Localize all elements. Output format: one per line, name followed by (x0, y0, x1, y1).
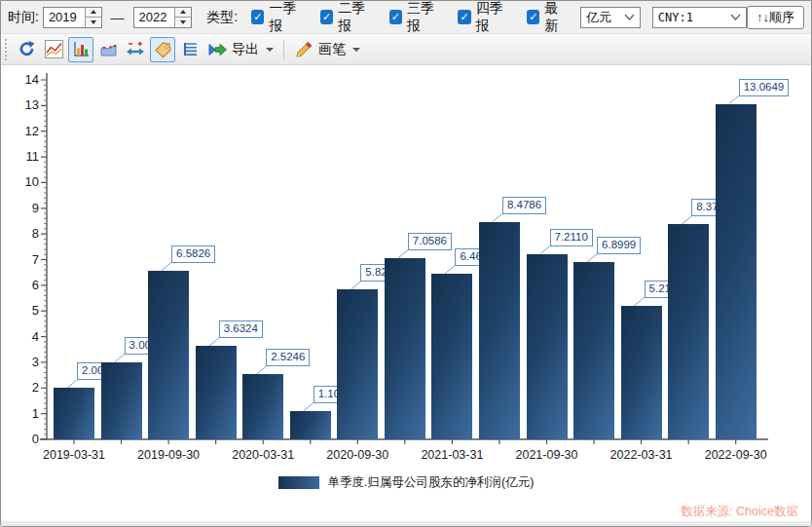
bar-value-label: 8.4786 (502, 197, 546, 214)
pen-button[interactable]: 画笔 (290, 37, 364, 62)
list-icon (181, 40, 200, 58)
y-axis-label: 9 (6, 201, 39, 215)
x-axis-label: 2022-03-31 (595, 448, 688, 462)
year-from-down-button[interactable] (86, 18, 101, 27)
export-caret-icon[interactable] (266, 48, 274, 52)
refresh-icon (18, 40, 36, 58)
bar-value-label: 6.8999 (597, 237, 641, 254)
checkbox-一季报[interactable]: ✓一季报 (251, 0, 306, 35)
currency-select[interactable]: CNY:1 (652, 7, 747, 28)
resize-horizontal-button[interactable] (123, 37, 148, 62)
filter-bar: 时间: 2019 — 2022 类型: ✓一季报✓二季报✓三季报✓四季报✓最新 … (1, 1, 811, 34)
y-axis-label: 12 (6, 124, 39, 138)
bar-2019-12-31 (196, 346, 237, 439)
x-axis-label: 2020-03-31 (216, 448, 310, 462)
bar-value-label: 6.5826 (171, 245, 215, 263)
checkbox-label: 三季报 (407, 0, 443, 35)
range-dash: — (111, 10, 125, 25)
bar-value-label: 7.2110 (550, 229, 593, 246)
window-bottom-edge (1, 521, 811, 526)
time-label: 时间: (8, 9, 39, 26)
bar-2021-12-31 (573, 262, 614, 439)
pencil-icon (294, 41, 314, 58)
report-type-checkboxes: ✓一季报✓二季报✓三季报✓四季报✓最新 (251, 0, 569, 35)
bar-value-label: 2.5246 (266, 349, 310, 366)
bar-2019-03-31 (54, 388, 94, 439)
checkbox-checked-icon: ✓ (527, 10, 539, 24)
y-axis-label: 5 (6, 303, 39, 318)
year-from-spinner[interactable]: 2019 (43, 7, 102, 28)
list-button[interactable] (177, 37, 203, 62)
bar-2021-09-30 (527, 254, 568, 439)
checkbox-三季报[interactable]: ✓三季报 (389, 0, 444, 35)
app-window: 时间: 2019 — 2022 类型: ✓一季报✓二季报✓三季报✓四季报✓最新 … (0, 0, 812, 527)
order-button[interactable]: ↑↓顺序 (747, 6, 804, 29)
resize-horizontal-icon (126, 40, 145, 58)
x-axis-label: 2020-09-30 (311, 448, 404, 462)
pen-label: 画笔 (318, 41, 346, 58)
year-from-up-button[interactable] (86, 8, 101, 19)
export-button[interactable]: 导出 (203, 37, 277, 62)
checkbox-二季报[interactable]: ✓二季报 (320, 0, 375, 35)
y-axis-label: 1 (6, 406, 39, 421)
line-chart-icon (45, 40, 63, 58)
bar-chart-button[interactable] (68, 37, 93, 62)
checkbox-label: 二季报 (338, 0, 374, 35)
refresh-button[interactable] (14, 37, 39, 62)
bar-2020-03-31 (242, 374, 283, 439)
checkbox-四季报[interactable]: ✓四季报 (458, 0, 512, 35)
bar-2020-06-30 (290, 411, 331, 439)
y-axis-label: 8 (6, 226, 39, 241)
year-from-value[interactable]: 2019 (44, 8, 85, 27)
bar-2019-09-30 (148, 271, 189, 439)
bar-chart-icon (72, 40, 91, 58)
year-to-spinner[interactable]: 2022 (133, 7, 193, 28)
unit-select[interactable]: 亿元 (580, 7, 640, 28)
bar-2022-09-30 (716, 104, 757, 439)
toolbar-grip[interactable] (5, 39, 10, 60)
y-axis-label: 3 (6, 355, 39, 369)
bar-2022-06-30 (668, 224, 709, 439)
bar-value-label: 3.6324 (219, 320, 263, 338)
y-axis-label: 4 (6, 329, 39, 344)
type-label: 类型: (206, 9, 238, 26)
y-axis-label: 14 (6, 72, 39, 87)
checkbox-label: 最新 (544, 0, 569, 35)
bar-2019-06-30 (101, 362, 142, 439)
data-source-label: 数据来源: Choice数据 (681, 504, 798, 520)
legend-swatch (278, 476, 319, 489)
bar-2020-12-31 (385, 258, 425, 439)
chevron-down-icon (624, 14, 635, 20)
year-to-up-button[interactable] (175, 8, 191, 19)
unit-select-value: 亿元 (586, 9, 611, 26)
bar-2021-06-30 (479, 222, 520, 439)
checkbox-checked-icon: ✓ (251, 10, 264, 24)
export-icon (207, 41, 228, 58)
export-label: 导出 (232, 41, 259, 58)
currency-select-value: CNY:1 (658, 11, 693, 24)
year-to-value[interactable]: 2022 (134, 8, 175, 27)
line-chart-button[interactable] (41, 37, 66, 62)
y-axis-label: 7 (6, 252, 39, 267)
y-axis-label: 10 (6, 174, 39, 189)
checkbox-checked-icon: ✓ (389, 10, 402, 24)
checkbox-label: 一季报 (269, 0, 305, 35)
checkbox-最新[interactable]: ✓最新 (527, 0, 569, 35)
tag-labels-button[interactable] (150, 37, 175, 62)
checkbox-checked-icon: ✓ (458, 10, 470, 24)
area-chart-icon (99, 40, 118, 58)
area-chart-button[interactable] (95, 37, 121, 62)
chevron-down-icon (730, 14, 741, 20)
tag-icon (153, 40, 172, 58)
x-axis-label: 2022-09-30 (689, 448, 783, 462)
bar-2021-03-31 (431, 274, 472, 439)
y-axis-label: 2 (6, 380, 39, 395)
bar-2020-09-30 (337, 289, 378, 439)
legend-label: 单季度.归属母公司股东的净利润(亿元) (328, 474, 535, 491)
year-to-down-button[interactable] (175, 18, 191, 27)
pen-caret-icon[interactable] (352, 48, 360, 52)
chart-toolbar: 导出 画笔 (1, 34, 811, 65)
checkbox-label: 四季报 (476, 0, 512, 35)
bar-2022-03-31 (621, 306, 662, 439)
x-axis-label: 2019-03-31 (27, 448, 121, 462)
